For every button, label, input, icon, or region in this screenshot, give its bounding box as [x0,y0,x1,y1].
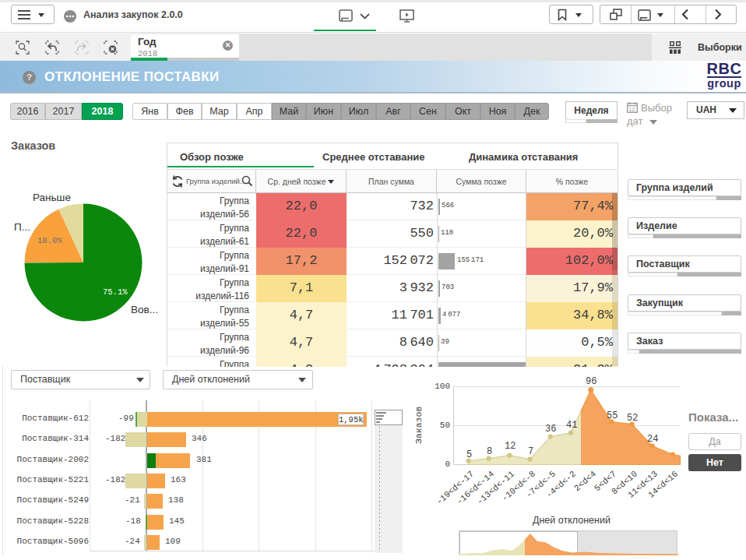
svg-text:12: 12 [629,107,635,112]
